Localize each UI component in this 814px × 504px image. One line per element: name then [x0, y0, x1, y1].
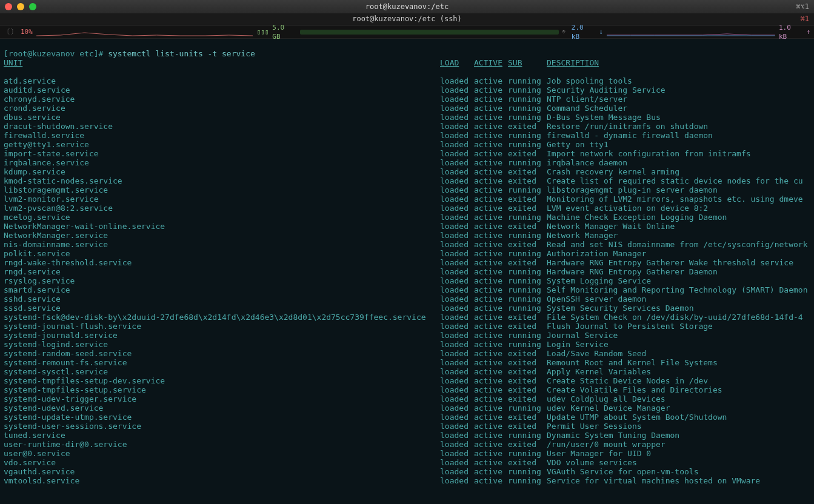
unit-name: user-runtime-dir@0.service [4, 440, 440, 449]
sub-state: running [508, 249, 547, 258]
table-row: systemd-remount-fs.serviceloadedactiveex… [4, 358, 810, 367]
sub-state: running [508, 213, 547, 222]
description: Network Manager Wait Online [547, 222, 675, 231]
sub-state: exited [508, 376, 547, 385]
sub-state: exited [508, 358, 547, 367]
sub-state: running [508, 340, 547, 349]
unit-name: rngd-wake-threshold.service [4, 258, 440, 267]
unit-name: user@0.service [4, 449, 440, 458]
load-state: loaded [440, 476, 474, 485]
table-row: sssd.serviceloadedactiverunningSystem Se… [4, 303, 810, 313]
active-state: active [474, 122, 508, 131]
table-row: systemd-random-seed.serviceloadedactivee… [4, 349, 810, 358]
table-row: rngd.serviceloadedactiverunningHardware … [4, 267, 810, 276]
description: Create Volatile Files and Directories [547, 385, 722, 394]
description: Service for virtual machines hosted on V… [547, 476, 760, 485]
sub-state: exited [508, 367, 547, 376]
description: Dynamic System Tuning Daemon [547, 431, 679, 440]
sub-state: running [508, 104, 547, 113]
description: Flush Journal to Persistent Storage [547, 322, 713, 331]
description: Hardware RNG Entropy Gatherer Wake thres… [547, 258, 793, 267]
active-state: active [474, 249, 508, 258]
table-row: systemd-udevd.serviceloadedactiverunning… [4, 403, 810, 413]
network-icon: ᯤ [561, 27, 568, 36]
active-state: active [474, 276, 508, 285]
active-state: active [474, 104, 508, 113]
unit-name: systemd-sysctl.service [4, 367, 440, 376]
load-state: loaded [440, 194, 474, 204]
active-state: active [474, 149, 508, 158]
unit-name: vgauthd.service [4, 467, 440, 476]
unit-name: irqbalance.service [4, 158, 440, 167]
table-row: vgauthd.serviceloadedactiverunningVGAuth… [4, 467, 810, 476]
unit-name: systemd-journald.service [4, 331, 440, 340]
active-state: active [474, 140, 508, 149]
table-row: smartd.serviceloadedactiverunningSelf Mo… [4, 285, 810, 294]
active-state: active [474, 422, 508, 431]
active-state: active [474, 385, 508, 394]
description: System Security Services Daemon [547, 303, 694, 313]
table-row: vmtoolsd.serviceloadedactiverunningServi… [4, 476, 810, 485]
unit-name: systemd-random-seed.service [4, 349, 440, 358]
active-state: active [474, 222, 508, 231]
sub-state: running [508, 303, 547, 313]
table-row: systemd-sysctl.serviceloadedactiveexited… [4, 367, 810, 376]
load-state: loaded [440, 358, 474, 367]
table-row: vdo.serviceloadedactiveexitedVDO volume … [4, 458, 810, 467]
table-row: getty@tty1.serviceloadedactiverunningGet… [4, 140, 810, 149]
load-state: loaded [440, 367, 474, 376]
sub-state: running [508, 85, 547, 94]
sub-state: running [508, 476, 547, 485]
description: Load/Save Random Seed [547, 349, 646, 358]
table-row: systemd-logind.serviceloadedactiverunnin… [4, 340, 810, 349]
unit-name: systemd-tmpfiles-setup.service [4, 385, 440, 394]
table-row: systemd-user-sessions.serviceloadedactiv… [4, 422, 810, 431]
unit-name: systemd-user-sessions.service [4, 422, 440, 431]
window-titlebar: root@kuzevanov:/etc ⌘⌥1 [0, 0, 814, 13]
table-row: systemd-update-utmp.serviceloadedactivee… [4, 413, 810, 422]
sub-state: exited [508, 122, 547, 131]
sub-state: running [508, 294, 547, 303]
load-state: loaded [440, 294, 474, 303]
table-row: user-runtime-dir@0.serviceloadedactiveex… [4, 440, 810, 449]
sub-state: exited [508, 322, 547, 331]
active-state: active [474, 176, 508, 185]
active-state: active [474, 349, 508, 358]
description: Permit User Sessions [547, 422, 642, 431]
active-state: active [474, 85, 508, 94]
active-state: active [474, 94, 508, 104]
zoom-window-button[interactable] [29, 3, 36, 10]
description: Apply Kernel Variables [547, 367, 651, 376]
load-state: loaded [440, 303, 474, 313]
table-row: kmod-static-nodes.serviceloadedactiveexi… [4, 176, 810, 185]
load-state: loaded [440, 267, 474, 276]
load-state: loaded [440, 276, 474, 285]
load-state: loaded [440, 158, 474, 167]
description: VDO volume services [547, 458, 637, 467]
load-state: loaded [440, 76, 474, 85]
active-state: active [474, 294, 508, 303]
active-state: active [474, 131, 508, 140]
unit-name: systemd-udev-trigger.service [4, 394, 440, 403]
description: irqbalance daemon [547, 158, 627, 167]
terminal-output[interactable]: [root@kuzevanov etc]# systemctl list-uni… [0, 39, 814, 504]
close-window-button[interactable] [5, 3, 12, 10]
unit-name: dbus.service [4, 113, 440, 122]
active-state: active [474, 331, 508, 340]
sub-state: running [508, 403, 547, 413]
active-state: active [474, 449, 508, 458]
table-row: NetworkManager-wait-online.serviceloaded… [4, 222, 810, 231]
active-state: active [474, 303, 508, 313]
unit-name: chronyd.service [4, 94, 440, 104]
minimize-window-button[interactable] [17, 3, 24, 10]
table-row: kdump.serviceloadedactiveexitedCrash rec… [4, 167, 810, 176]
load-state: loaded [440, 204, 474, 213]
table-row: tuned.serviceloadedactiverunningDynamic … [4, 431, 810, 440]
description: Import network configuration from initra… [547, 149, 751, 158]
load-state: loaded [440, 422, 474, 431]
unit-name: polkit.service [4, 249, 440, 258]
table-row: lvm2-pvscan@8:2.serviceloadedactiveexite… [4, 204, 810, 213]
load-state: loaded [440, 349, 474, 358]
table-row: crond.serviceloadedactiverunningCommand … [4, 104, 810, 113]
load-state: loaded [440, 340, 474, 349]
